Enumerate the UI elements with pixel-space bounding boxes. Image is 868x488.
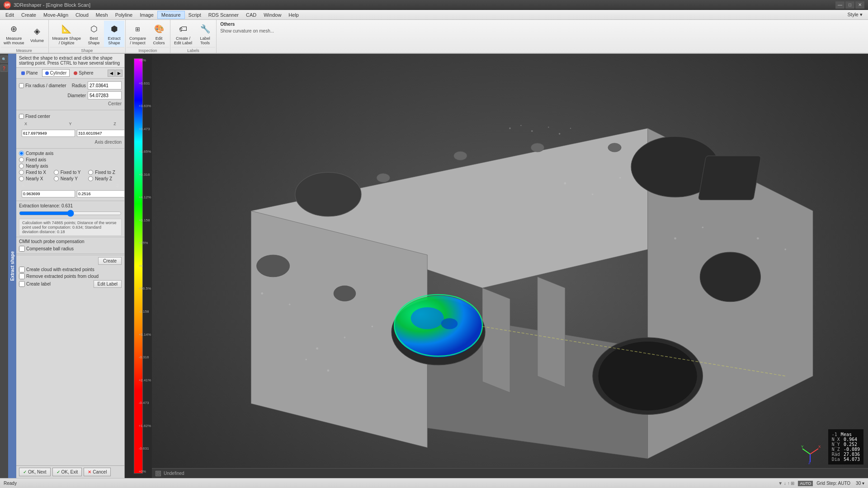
- menu-move-align[interactable]: Move-Align: [40, 11, 72, 19]
- tab-next-button[interactable]: ▶: [115, 70, 123, 77]
- side-icon-2[interactable]: ❓: [0, 65, 8, 72]
- minimize-button[interactable]: —: [835, 1, 844, 9]
- best-shape-button[interactable]: ⬡ BestShape: [84, 21, 104, 47]
- measure-shape-button[interactable]: 📐 Measure Shape/ Digitize: [50, 21, 84, 47]
- extract-shape-panel: Select the shape to extract and click th…: [16, 54, 125, 478]
- cmm-compensation-label: CMM touch probe compensation: [16, 238, 124, 245]
- info-label-0: -1: [832, 432, 837, 437]
- y-input[interactable]: [77, 130, 124, 137]
- style-button[interactable]: Style ▾: [844, 11, 866, 19]
- fix-radius-checkbox[interactable]: [19, 83, 24, 88]
- measure-mouse-button[interactable]: ⊕ Measurewith mouse: [1, 21, 27, 47]
- scale-label-5: +0.316: [139, 173, 151, 177]
- compensate-ball-checkbox[interactable]: [19, 246, 25, 252]
- ok-next-button[interactable]: ✓ OK, Next: [19, 468, 51, 476]
- create-label-checkbox[interactable]: [19, 281, 25, 287]
- cancel-button[interactable]: ✕ Cancel: [84, 468, 111, 476]
- fixed-to-x-radio[interactable]: [19, 170, 24, 175]
- nearly-x-radio[interactable]: [19, 176, 24, 181]
- plane-tab[interactable]: Plane: [18, 69, 41, 77]
- side-icon-1[interactable]: 🔍: [0, 56, 8, 63]
- sphere-tab[interactable]: Sphere: [71, 69, 96, 77]
- axis-y-input[interactable]: [77, 190, 124, 197]
- menu-measure[interactable]: Measure: [157, 11, 185, 19]
- label-tools-button[interactable]: 🔧 LabelTools: [195, 21, 215, 47]
- axes-svg: X Y Z: [800, 444, 821, 465]
- divider-3: [16, 201, 124, 201]
- nearly-z-radio[interactable]: [88, 176, 93, 181]
- fixed-center-checkbox[interactable]: [19, 114, 24, 119]
- create-cloud-checkbox[interactable]: [19, 267, 25, 272]
- svg-rect-8: [698, 156, 761, 200]
- labels-group-label: Labels: [171, 47, 215, 54]
- compare-inspect-button[interactable]: ⊞ Compare/ Inspect: [127, 21, 149, 47]
- fixed-to-x-row: Fixed to X: [19, 170, 52, 175]
- menu-cad[interactable]: CAD: [242, 11, 260, 19]
- fix-radius-row: Fix radius / diameter Radius 27.03641: [19, 81, 122, 89]
- axis-direction-label: Axis direction: [19, 140, 122, 145]
- toolbar-group-inspection: ⊞ Compare/ Inspect 🎨 EditColors Inspecti…: [126, 20, 170, 53]
- svg-point-11: [531, 143, 544, 152]
- diameter-field-label: Diameter: [67, 93, 86, 98]
- inspection-group-label: Inspection: [127, 47, 169, 54]
- menu-help[interactable]: Help: [285, 11, 302, 19]
- axis-x-input[interactable]: [22, 190, 75, 197]
- menu-polyline[interactable]: Polyline: [112, 11, 137, 19]
- axis-direction-headers: X Y Z: [19, 183, 122, 188]
- create-edit-label-button[interactable]: 🏷 Create /Edit Label: [171, 21, 195, 47]
- close-button[interactable]: ✕: [855, 1, 864, 9]
- undefined-label: Undefined: [164, 471, 184, 476]
- x-input[interactable]: [22, 130, 75, 137]
- create-button[interactable]: Create: [98, 257, 122, 265]
- svg-marker-19: [538, 277, 565, 387]
- scale-label-0: +0%: [139, 58, 151, 62]
- svg-point-14: [334, 286, 356, 301]
- fixed-to-y-radio[interactable]: [54, 170, 59, 175]
- panel-content: Fix radius / diameter Radius 27.03641 Di…: [16, 79, 124, 465]
- volume-button[interactable]: ◈ Volume: [27, 21, 47, 47]
- extract-shape-panel-tab[interactable]: Extract shape: [8, 54, 16, 478]
- svg-point-29: [327, 370, 329, 372]
- shape-group-label: Shape: [50, 47, 125, 54]
- menu-image[interactable]: Image: [136, 11, 157, 19]
- ok-exit-button[interactable]: ✓ OK, Exit: [52, 468, 82, 476]
- app-icon: 3R: [4, 1, 11, 9]
- svg-point-36: [757, 237, 759, 239]
- undefined-checkbox[interactable]: □: [156, 471, 161, 476]
- 3d-viewport[interactable]: -1 Meas N_X 0.964 N_Y 0.252 N_Z -0.089 R…: [152, 54, 868, 478]
- fixed-axis-radio[interactable]: [19, 157, 24, 162]
- toolbar-group-shape: 📐 Measure Shape/ Digitize ⬡ BestShape ⬢ …: [49, 20, 126, 53]
- tolerance-slider[interactable]: [19, 210, 122, 217]
- nearly-y-radio[interactable]: [54, 176, 59, 181]
- menu-script[interactable]: Script: [185, 11, 205, 19]
- menu-create[interactable]: Create: [18, 11, 40, 19]
- menu-cloud[interactable]: Cloud: [72, 11, 92, 19]
- tab-prev-button[interactable]: ◀: [108, 70, 115, 77]
- nearly-axis-radio[interactable]: [19, 164, 24, 169]
- diameter-input[interactable]: [88, 91, 122, 99]
- maximize-button[interactable]: □: [845, 1, 854, 9]
- scale-label-9: +0: [139, 264, 151, 268]
- radius-input[interactable]: 27.03641: [88, 81, 122, 89]
- cylinder-tab[interactable]: Cylinder: [42, 69, 70, 77]
- menu-rds-scanner[interactable]: RDS Scanner: [205, 11, 242, 19]
- menu-mesh[interactable]: Mesh: [92, 11, 112, 19]
- menu-window[interactable]: Window: [260, 11, 285, 19]
- remove-extracted-checkbox[interactable]: [19, 273, 25, 279]
- fixed-to-z-radio[interactable]: [88, 170, 93, 175]
- divider-4: [16, 237, 124, 237]
- xyz-values-row: [19, 129, 122, 138]
- edit-label-button[interactable]: Edit Label: [94, 280, 122, 288]
- status-bar: Ready ▼ ↓ ↑ ⊞ AUTO Grid Step: AUTO 30 ▾: [0, 478, 868, 488]
- extract-shape-button[interactable]: ⬢ ExtractShape: [104, 21, 124, 47]
- scale-label-10: +56.5%: [139, 286, 151, 291]
- fixed-center-form: Fixed center X Y Z Axis direction: [16, 111, 124, 147]
- menu-edit[interactable]: Edit: [2, 11, 18, 19]
- info-row-ny: N_Y 0.252: [832, 442, 860, 447]
- compute-axis-radio[interactable]: [19, 151, 24, 156]
- show-curvature-label: Show curvature on mesh...: [220, 28, 274, 33]
- svg-point-6: [295, 172, 361, 216]
- plane-tab-icon: [21, 71, 25, 75]
- edit-colors-button[interactable]: 🎨 EditColors: [149, 21, 169, 47]
- svg-marker-18: [482, 288, 510, 393]
